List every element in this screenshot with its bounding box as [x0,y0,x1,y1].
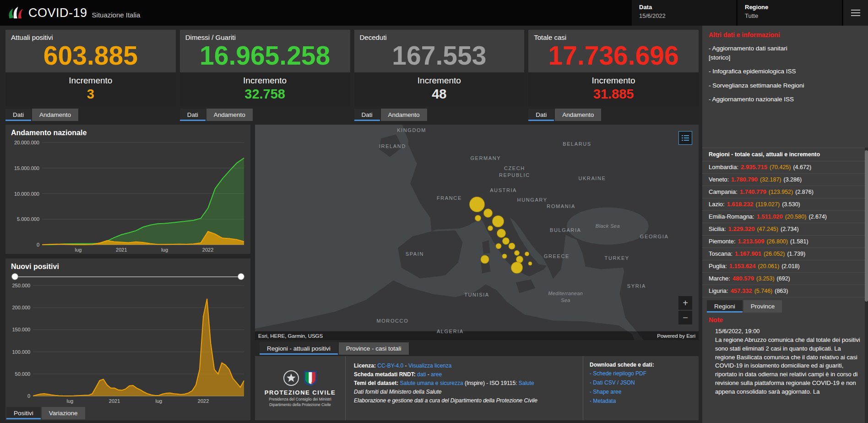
tab-variazione[interactable]: Variazione [42,407,85,419]
case-cluster-marker[interactable] [502,237,510,245]
download-link[interactable]: - Dati CSV / JSON [590,379,692,386]
case-cluster-marker[interactable] [525,252,529,256]
tab-dati[interactable]: Dati [180,109,206,121]
info-links: - Aggiornamento dati sanitari [storico]-… [709,44,862,104]
region-row[interactable]: Campania: 1.740.779 (123.952) (2.876) [702,186,868,198]
tab-regioni[interactable]: Regioni [707,300,743,313]
time-range-slider[interactable] [13,273,243,281]
region-total: 1.213.509 [738,238,765,245]
slider-track [13,276,243,277]
region-total: 2.935.715 [741,164,767,170]
tricolor-shield-icon [303,370,318,386]
download-link[interactable]: - Metadata [590,398,692,404]
zoom-out-button[interactable]: − [678,311,692,324]
tab-regioni-attuali-positivi[interactable]: Regioni - attuali positivi [260,342,338,355]
case-cluster-marker[interactable] [509,243,515,250]
regions-list: Lombardia: 2.935.715 (70.425) (4.672) Ve… [702,161,868,297]
info-title: Altri dati e informazioni [709,31,862,38]
downloads-block: Download schede e dati: - Schede riepilo… [583,356,699,420]
tab-province-casi-totali[interactable]: Province - casi totali [339,342,409,355]
map-place-label: TUNISIA [464,291,489,298]
metadata-aree-link[interactable]: aree [431,371,442,378]
info-link[interactable]: - Aggiornamento dati sanitari [storico] [709,44,862,62]
case-cluster-marker[interactable] [483,209,493,218]
region-row[interactable]: Liguria: 457.332 (5.746) (863) [702,285,868,297]
region-row[interactable]: Piemonte: 1.213.509 (26.800) (1.581) [702,236,868,248]
map-place-label: KINGDOM [397,126,426,133]
tab-andamento[interactable]: Andamento [381,109,427,121]
org-name: PROTEZIONE CIVILE [265,389,336,396]
map[interactable]: + − Esri, HERE, Garmin, USGS Powered by … [255,125,699,340]
case-cluster-marker[interactable] [495,243,501,249]
region-row[interactable]: Lazio: 1.618.232 (119.027) (3.530) [702,198,868,211]
license-info: Licenza: CC-BY-4.0 - Visualizza licenza … [346,356,583,420]
map-place-label: FRANCE [437,194,462,201]
region-row[interactable]: Lombardia: 2.935.715 (70.425) (4.672) [702,161,868,174]
region-row[interactable]: Emilia-Romagna: 1.511.020 (20.580) (2.67… [702,211,868,223]
region-current: (5.746) [754,288,773,294]
map-place-label: MOROCCO [376,317,408,324]
metadata-dati-link[interactable]: dati [417,371,426,378]
increment-label: Incremento [5,76,176,86]
region-row[interactable]: Sicilia: 1.229.320 (47.245) (2.734) [702,223,868,236]
case-cluster-marker[interactable] [492,215,504,227]
region-total: 1.229.320 [728,225,755,232]
slider-handle-right[interactable] [238,273,244,280]
zoom-in-button[interactable]: + [678,296,692,310]
svg-text:lug: lug [161,247,168,253]
header-controls: Data 15/6/2022 Regione Tutte [630,0,868,26]
stat-card-value: 167.553 [360,41,519,71]
salute-link[interactable]: Salute [519,380,534,386]
metadata-sep: - [426,371,431,378]
powered-by-esri[interactable]: Powered by Esri [657,333,695,339]
themes-link[interactable]: Salute umana e sicurezza [400,380,463,386]
map-place-label: HUNGARY [517,197,548,203]
tab-andamento[interactable]: Andamento [206,109,253,121]
date-label: Data [639,4,729,11]
region-row[interactable]: Toscana: 1.167.901 (26.052) (1.739) [702,248,868,260]
org-sub2: Dipartimento della Protezione Civile [269,402,331,407]
info-link[interactable]: - Infografica epidemiologica ISS [709,67,862,76]
region-selector[interactable]: Regione Tutte [738,0,842,26]
case-cluster-marker[interactable] [528,262,532,266]
case-cluster-marker[interactable] [497,229,506,238]
menu-button[interactable] [843,0,868,26]
region-name: Veneto: [709,176,729,183]
svg-text:150.000: 150.000 [12,327,30,332]
region-row[interactable]: Veneto: 1.780.790 (32.187) (3.286) [702,174,868,186]
tab-positivi[interactable]: Positivi [6,407,41,419]
region-name: Puglia: [709,263,727,269]
case-cluster-marker[interactable] [511,262,523,274]
case-cluster-marker[interactable] [480,255,489,264]
svg-text:2021: 2021 [109,398,120,404]
tab-andamento[interactable]: Andamento [32,109,78,121]
info-link[interactable]: - Sorveglianza settimanale Regioni [709,81,862,90]
download-link[interactable]: - Shape aree [590,389,692,395]
slider-handle-left[interactable] [11,273,18,280]
view-license-link[interactable]: Visualizza licenza [408,363,452,369]
sidebar-scrollbar-thumb[interactable] [865,150,868,302]
map-attribution-bar: Esri, HERE, Garmin, USGS Powered by Esri [255,331,699,340]
date-selector[interactable]: Data 15/6/2022 [632,0,736,26]
tab-province[interactable]: Province [743,300,782,313]
case-cluster-marker[interactable] [475,215,481,221]
themes-line: Temi del dataset: Salute umana e sicurez… [354,379,575,388]
tab-dati[interactable]: Dati [5,109,31,121]
stat-card: Dimessi / Guariti 16.965.258 Incremento … [180,30,350,121]
region-row[interactable]: Marche: 480.579 (3.253) (692) [702,273,868,285]
tab-dati[interactable]: Dati [354,109,380,121]
case-cluster-marker[interactable] [514,250,520,256]
info-link[interactable]: - Aggiornamento nazionale ISS [709,95,862,104]
region-row[interactable]: Puglia: 1.153.624 (20.061) (2.018) [702,260,868,273]
download-link[interactable]: - Schede riepilogo PDF [590,370,692,377]
case-cluster-marker[interactable] [488,225,493,231]
data-source-line: Dati forniti dal Ministero della Salute [354,388,575,396]
map-place-label: AUSTRIA [490,187,517,194]
tab-dati[interactable]: Dati [528,109,554,121]
legend-button[interactable] [678,131,692,145]
case-cluster-marker[interactable] [502,253,507,258]
cards-row: Attuali positivi 603.885 Incremento 3 Da… [5,30,699,121]
case-cluster-marker[interactable] [469,197,485,212]
tab-andamento[interactable]: Andamento [555,109,601,121]
license-link[interactable]: CC-BY-4.0 [377,363,403,369]
